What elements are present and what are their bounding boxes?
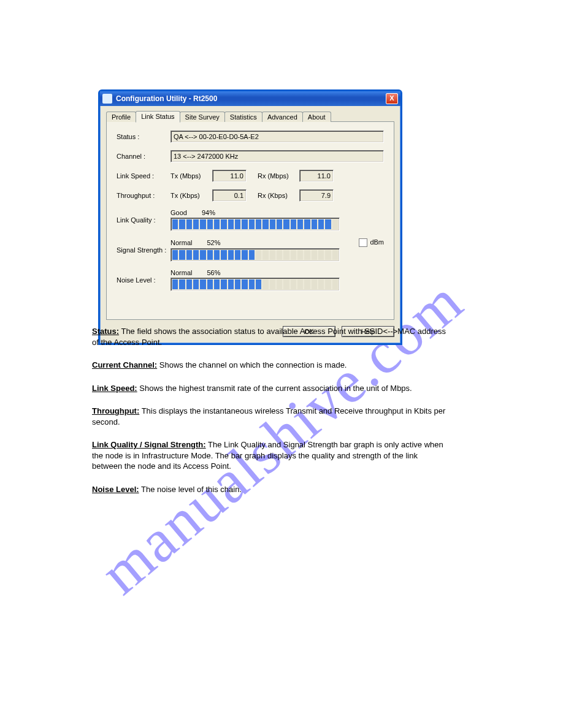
close-button[interactable]: X: [386, 93, 398, 104]
channel-label: Channel :: [117, 153, 170, 160]
tab-advanced[interactable]: Advanced: [262, 112, 303, 122]
linkquality-word: Good: [170, 209, 187, 216]
tab-about[interactable]: About: [302, 112, 331, 122]
doc-body: Status: The field shows the association …: [92, 326, 448, 507]
noise-bar: [170, 278, 340, 291]
noise-pct: 56%: [207, 269, 220, 276]
bar-segment: [283, 279, 289, 289]
bar-segment: [249, 219, 255, 229]
bar-segment: [304, 250, 310, 260]
bar-segment: [179, 250, 185, 260]
dbm-label: dBm: [370, 238, 384, 246]
bar-segment: [249, 279, 255, 289]
bar-segment: [200, 279, 205, 289]
signal-word: Normal: [170, 239, 192, 246]
doc-status-term: Status:: [92, 327, 119, 336]
bar-segment: [249, 250, 255, 260]
bar-segment: [332, 219, 338, 229]
bar-segment: [207, 250, 213, 260]
bar-segment: [332, 250, 338, 260]
dbm-checkbox[interactable]: dBm: [359, 238, 384, 247]
doc-linkspeed-body: Shows the highest transmit rate of the c…: [137, 384, 412, 393]
tx-kbps-label: Tx (Kbps): [170, 192, 207, 199]
bar-segment: [297, 279, 303, 289]
bar-segment: [277, 219, 282, 229]
tx-kbps-value: 0.1: [212, 189, 247, 202]
bar-segment: [172, 279, 178, 289]
bar-segment: [193, 219, 199, 229]
bar-segment: [297, 219, 303, 229]
throughput-label: Throughput :: [117, 192, 170, 199]
bar-segment: [304, 279, 310, 289]
bar-segment: [214, 219, 220, 229]
linkspeed-label: Link Speed :: [117, 172, 170, 180]
bar-segment: [325, 279, 331, 289]
bar-segment: [291, 279, 296, 289]
bar-segment: [297, 250, 303, 260]
doc-linkquality-term: Link Quality / Signal Strength:: [92, 440, 206, 449]
bar-segment: [242, 250, 247, 260]
bar-segment: [221, 250, 226, 260]
noise-label: Noise Level :: [117, 276, 170, 284]
status-label: Status :: [117, 133, 170, 140]
signal-label: Signal Strength :: [117, 246, 170, 254]
tx-mbps-label: Tx (Mbps): [170, 172, 207, 180]
linkquality-label: Link Quality :: [117, 216, 170, 224]
bar-segment: [186, 250, 192, 260]
titlebar: Configuration Utility - Rt2500 X: [100, 91, 400, 106]
bar-segment: [214, 279, 220, 289]
bar-segment: [262, 219, 268, 229]
bar-segment: [256, 279, 261, 289]
bar-segment: [242, 279, 247, 289]
signal-pct: 52%: [207, 239, 220, 246]
doc-channel-body: Shows the channel on which the connectio…: [157, 360, 347, 370]
bar-segment: [207, 279, 213, 289]
bar-segment: [235, 279, 240, 289]
doc-throughput-body: This displays the instantaneous wireless…: [92, 406, 445, 427]
bar-segment: [291, 219, 296, 229]
window-title: Configuration Utility - Rt2500: [116, 94, 386, 103]
bar-segment: [256, 219, 261, 229]
tab-profile[interactable]: Profile: [106, 112, 136, 122]
checkbox-icon[interactable]: [359, 238, 367, 247]
bar-segment: [179, 219, 185, 229]
doc-linkspeed-term: Link Speed:: [92, 384, 137, 393]
tab-statistics[interactable]: Statistics: [224, 112, 262, 122]
rx-mbps-label: Rx (Mbps): [258, 172, 294, 180]
bar-segment: [325, 250, 331, 260]
bar-segment: [312, 219, 317, 229]
bar-segment: [256, 250, 261, 260]
bar-segment: [262, 250, 268, 260]
channel-value: 13 <--> 2472000 KHz: [170, 150, 384, 162]
bar-segment: [318, 219, 324, 229]
doc-noise-term: Noise Level:: [92, 485, 139, 494]
status-value: QA <--> 00-20-E0-D0-5A-E2: [170, 131, 384, 143]
bar-segment: [186, 219, 192, 229]
config-dialog: Configuration Utility - Rt2500 X Profile…: [98, 89, 402, 345]
signal-bar: [170, 248, 340, 262]
noise-word: Normal: [170, 269, 192, 276]
rx-kbps-value: 7.9: [299, 189, 334, 202]
bar-segment: [304, 219, 310, 229]
doc-status-body: The field shows the association status t…: [92, 327, 446, 347]
bar-segment: [332, 279, 338, 289]
bar-segment: [312, 250, 317, 260]
bar-segment: [179, 279, 185, 289]
tx-mbps-value: 11.0: [212, 170, 247, 182]
bar-segment: [291, 250, 296, 260]
bar-segment: [193, 279, 199, 289]
linkquality-pct: 94%: [202, 209, 215, 216]
app-icon: [102, 94, 112, 104]
tab-link-status[interactable]: Link Status: [136, 111, 180, 123]
bar-segment: [283, 250, 289, 260]
bar-segment: [235, 250, 240, 260]
bar-segment: [283, 219, 289, 229]
bar-segment: [262, 279, 268, 289]
bar-segment: [221, 279, 226, 289]
bar-segment: [228, 250, 234, 260]
tab-body: Status : QA <--> 00-20-E0-D0-5A-E2 Chann…: [106, 121, 394, 320]
bar-segment: [172, 219, 178, 229]
bar-segment: [242, 219, 247, 229]
bar-segment: [277, 250, 282, 260]
tab-site-survey[interactable]: Site Survey: [180, 112, 225, 122]
